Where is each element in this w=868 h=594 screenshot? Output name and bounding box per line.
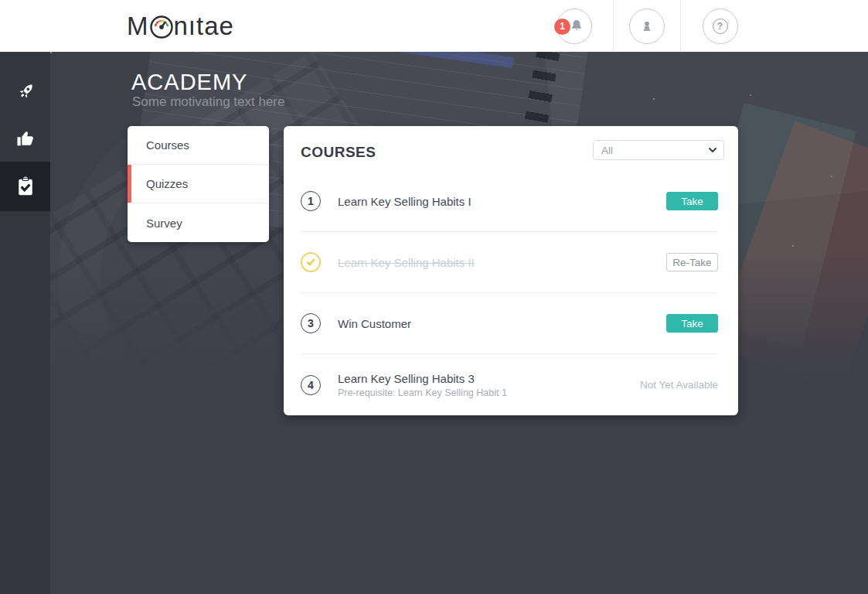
course-filter: All: [593, 140, 724, 160]
menu-item-quizzes[interactable]: Quizzes: [128, 165, 269, 203]
thumbs-up-icon: [15, 128, 36, 149]
courses-panel-header: COURSES All: [284, 126, 738, 171]
take-button[interactable]: Take: [666, 314, 718, 333]
menu-item-label: Quizzes: [146, 177, 188, 190]
course-prerequisite: Pre-requisite: Learn Key Selling Habit 1: [338, 387, 507, 398]
availability-status: Not Yet Available: [640, 379, 718, 391]
sidebar-item-launch[interactable]: [0, 69, 50, 115]
course-row-3: 3 Win Customer Take: [301, 293, 718, 354]
gauge-o-icon: [148, 14, 175, 40]
sidebar-item-academy[interactable]: [0, 162, 50, 211]
page-title: ACADEMY: [131, 70, 247, 95]
sidebar-item-feedback[interactable]: [0, 115, 50, 162]
course-row-1: 1 Learn Key Selling Habits I Take: [301, 171, 718, 232]
top-header: M nıtae 1: [0, 0, 868, 52]
courses-panel-title: COURSES: [301, 144, 376, 161]
menu-item-courses[interactable]: Courses: [128, 126, 269, 165]
course-title: Learn Key Selling Habits II: [338, 256, 475, 269]
course-filter-select[interactable]: All: [593, 140, 724, 160]
course-row-2: Learn Key Selling Habits II Re-Take: [301, 232, 718, 293]
bell-icon: [568, 18, 585, 35]
course-list: 1 Learn Key Selling Habits I Take Learn …: [284, 171, 738, 415]
menu-item-survey[interactable]: Survey: [128, 203, 269, 242]
course-title: Learn Key Selling Habits 3: [338, 372, 507, 385]
course-number-circle: 1: [301, 191, 321, 211]
header-actions: 1 ?: [536, 0, 759, 52]
page-subtitle: Some motivating text here: [132, 94, 284, 110]
notifications-cell: 1: [536, 0, 613, 52]
tasks-clipboard-icon: [14, 175, 37, 198]
profile-button[interactable]: [629, 9, 665, 44]
notification-count-badge: 1: [554, 19, 570, 35]
help-button[interactable]: ?: [703, 9, 738, 44]
course-title-block: Learn Key Selling Habits 3 Pre-requisite…: [338, 372, 507, 398]
menu-item-label: Courses: [146, 138, 189, 152]
course-title: Learn Key Selling Habits I: [338, 195, 471, 208]
academy-menu-card: Courses Quizzes Survey: [128, 126, 269, 242]
courses-panel: COURSES All 1 Learn Key Selling Habits I…: [284, 126, 738, 415]
rocket-icon: [9, 76, 41, 108]
help-cell: ?: [680, 0, 759, 52]
course-row-4: 4 Learn Key Selling Habits 3 Pre-requisi…: [301, 354, 718, 415]
course-number-circle: 4: [301, 375, 321, 395]
retake-button[interactable]: Re-Take: [666, 253, 718, 271]
course-title: Win Customer: [338, 317, 411, 330]
notifications-button[interactable]: 1: [557, 9, 592, 44]
take-button[interactable]: Take: [666, 192, 718, 210]
course-number-circle: 3: [301, 313, 321, 333]
logo-text-m: M: [127, 12, 149, 41]
logo-text-rest: nıtae: [174, 12, 234, 41]
monitae-logo[interactable]: M nıtae: [127, 0, 234, 52]
user-icon: [638, 18, 655, 35]
left-sidebar: [0, 52, 50, 594]
question-mark-icon: ?: [713, 19, 728, 34]
completed-check-circle: [301, 252, 321, 272]
check-icon: [305, 257, 316, 268]
profile-cell: [613, 0, 680, 52]
menu-item-label: Survey: [146, 217, 182, 230]
